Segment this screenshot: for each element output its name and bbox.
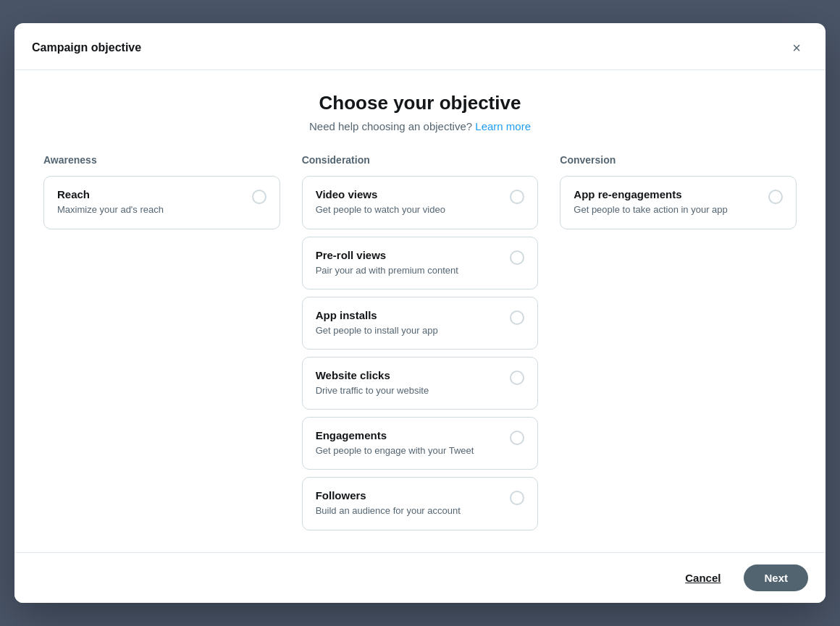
option-website-clicks[interactable]: Website clicks Drive traffic to your web… (302, 357, 539, 410)
conversion-column: Conversion App re-engagements Get people… (560, 154, 797, 236)
option-video-views[interactable]: Video views Get people to watch your vid… (302, 176, 539, 229)
campaign-objective-modal: Campaign objective × Choose your objecti… (14, 23, 826, 602)
learn-more-link[interactable]: Learn more (475, 120, 531, 132)
app-reengagements-title: App re-engagements (574, 188, 758, 200)
app-installs-radio (510, 310, 524, 325)
website-clicks-desc: Drive traffic to your website (316, 384, 500, 397)
website-clicks-title: Website clicks (316, 369, 500, 381)
option-engagements[interactable]: Engagements Get people to engage with yo… (302, 417, 539, 470)
awareness-column: Awareness Reach Maximize your ad's reach (43, 154, 280, 236)
consideration-column: Consideration Video views Get people to … (302, 154, 539, 537)
engagements-desc: Get people to engage with your Tweet (316, 444, 500, 457)
followers-desc: Build an audience for your account (316, 504, 500, 517)
next-button[interactable]: Next (744, 564, 808, 591)
reach-radio (252, 190, 266, 204)
pre-roll-views-radio (510, 250, 524, 265)
engagements-radio (510, 431, 524, 445)
option-app-reengagements[interactable]: App re-engagements Get people to take ac… (560, 176, 797, 229)
reach-desc: Maximize your ad's reach (57, 203, 242, 216)
video-views-desc: Get people to watch your video (316, 203, 500, 216)
page-title: Choose your objective (43, 92, 797, 114)
option-pre-roll-views[interactable]: Pre-roll views Pair your ad with premium… (302, 237, 539, 289)
modal-title: Campaign objective (32, 41, 141, 54)
reach-title: Reach (57, 188, 242, 200)
consideration-header: Consideration (302, 154, 539, 166)
app-reengagements-desc: Get people to take action in your app (574, 203, 758, 216)
website-clicks-radio (510, 371, 524, 385)
modal-body: Choose your objective Need help choosing… (14, 70, 826, 551)
awareness-header: Awareness (43, 154, 280, 166)
page-heading: Choose your objective Need help choosing… (43, 92, 797, 132)
followers-radio (510, 491, 524, 505)
app-installs-title: App installs (316, 309, 500, 321)
option-followers[interactable]: Followers Build an audience for your acc… (302, 477, 539, 530)
option-app-installs[interactable]: App installs Get people to install your … (302, 297, 539, 350)
video-views-title: Video views (316, 188, 500, 200)
page-subtitle: Need help choosing an objective? Learn m… (43, 120, 797, 132)
modal-header: Campaign objective × (14, 23, 826, 70)
app-installs-desc: Get people to install your app (316, 324, 500, 337)
followers-title: Followers (316, 489, 500, 502)
pre-roll-views-title: Pre-roll views (316, 249, 500, 261)
close-button[interactable]: × (785, 36, 808, 59)
engagements-title: Engagements (316, 429, 500, 441)
columns-container: Awareness Reach Maximize your ad's reach… (43, 154, 797, 537)
option-reach[interactable]: Reach Maximize your ad's reach (43, 176, 280, 229)
modal-footer: Cancel Next (14, 552, 826, 603)
pre-roll-views-desc: Pair your ad with premium content (316, 264, 500, 277)
app-reengagements-radio (768, 190, 783, 204)
conversion-header: Conversion (560, 154, 797, 166)
cancel-button[interactable]: Cancel (673, 566, 732, 590)
video-views-radio (510, 190, 524, 204)
